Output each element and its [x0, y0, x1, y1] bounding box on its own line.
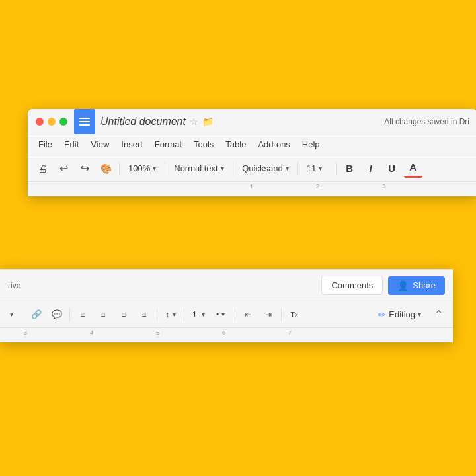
zoom-select-2[interactable]: ▾: [5, 305, 25, 324]
decrease-indent-button[interactable]: ⇤: [239, 305, 257, 324]
zoom-value: 100%: [128, 163, 150, 173]
toolbar-divider: [119, 162, 120, 175]
menu-tools[interactable]: Tools: [188, 137, 219, 152]
star-icon[interactable]: ☆: [190, 116, 198, 127]
toolbar-divider-4: [298, 162, 298, 175]
bulleted-list-icon: •: [216, 310, 219, 319]
font-size-select[interactable]: 11 ▾: [302, 159, 332, 178]
paint-format-button[interactable]: 🎨: [97, 159, 115, 178]
line-spacing-icon: ↕: [165, 309, 170, 319]
toolbar2-divider-2: [157, 308, 157, 321]
main-window: Untitled document ☆ 📁 All changes saved …: [28, 109, 476, 196]
bulleted-list-select[interactable]: • ▾: [212, 305, 231, 324]
saved-status-right: rive: [8, 281, 20, 290]
ruler2-tick-6: 6: [222, 329, 225, 336]
comments-button[interactable]: Comments: [321, 276, 383, 295]
toolbar-divider-2: [165, 162, 165, 175]
line-spacing-select[interactable]: ↕ ▾: [161, 305, 180, 324]
menubar: File Edit View Insert Format Tools Table…: [28, 134, 476, 155]
clear-format-button[interactable]: Tx: [285, 305, 303, 324]
numbered-list-icon: 1.: [192, 310, 199, 319]
zoom-chevron-icon: ▾: [153, 165, 156, 172]
increase-indent-button[interactable]: ⇥: [259, 305, 278, 324]
bold-button[interactable]: B: [340, 159, 359, 178]
menu-table[interactable]: Table: [220, 137, 251, 152]
toolbar2-divider-5: [281, 308, 282, 321]
ruler2-tick-4: 4: [90, 329, 93, 336]
menu-help[interactable]: Help: [297, 137, 325, 152]
numbered-list-chevron-icon: ▾: [202, 311, 205, 318]
doc-icon-line: [79, 121, 90, 122]
toolbar2-divider: [69, 308, 70, 321]
toolbar: 🖨 ↩ ↪ 🎨 100% ▾ Normal text ▾ Quicksand ▾…: [28, 155, 476, 182]
editing-chevron-icon: ▾: [418, 311, 421, 318]
align-center-button[interactable]: ≡: [94, 305, 112, 324]
ruler-tick-1: 1: [250, 183, 253, 190]
bulleted-list-chevron-icon: ▾: [221, 311, 225, 318]
print-button[interactable]: 🖨: [33, 159, 52, 178]
doc-icon-lines: [79, 118, 90, 126]
align-right-button[interactable]: ≡: [114, 305, 133, 324]
share-label: Share: [413, 280, 436, 290]
numbered-list-select[interactable]: 1. ▾: [188, 305, 210, 324]
font-chevron-icon: ▾: [286, 165, 289, 172]
toolbar2-divider-4: [235, 308, 235, 321]
doc-title-area: Untitled document ☆ 📁 All changes saved …: [100, 116, 469, 128]
size-chevron-icon: ▾: [319, 165, 322, 172]
align-justify-button[interactable]: ≡: [135, 305, 153, 324]
zoom-select[interactable]: 100% ▾: [124, 159, 161, 178]
maximize-button[interactable]: [60, 118, 67, 126]
folder-icon[interactable]: 📁: [202, 116, 214, 127]
menu-addons[interactable]: Add-ons: [253, 137, 295, 152]
toolbar2-divider-3: [184, 308, 184, 321]
menu-view[interactable]: View: [85, 137, 114, 152]
zoom-chevron-2-icon: ▾: [10, 311, 13, 318]
redo-button[interactable]: ↪: [75, 159, 94, 178]
doc-title[interactable]: Untitled document: [100, 116, 186, 128]
ruler2-tick-7: 7: [288, 329, 292, 336]
menu-edit[interactable]: Edit: [59, 137, 84, 152]
underline-button[interactable]: U: [383, 159, 401, 178]
minimize-button[interactable]: [48, 118, 56, 126]
ruler: 1 2 3: [28, 182, 476, 196]
style-chevron-icon: ▾: [221, 165, 224, 172]
people-icon: 👤: [397, 280, 409, 291]
traffic-lights: [36, 118, 67, 126]
ruler2-tick-5: 5: [156, 329, 159, 336]
ruler-2: 3 4 5 6 7: [0, 328, 453, 342]
line-spacing-chevron-icon: ▾: [173, 311, 176, 318]
menu-insert[interactable]: Insert: [116, 137, 148, 152]
ruler2-tick-3: 3: [24, 329, 27, 336]
saved-status: All changes saved in Dri: [384, 117, 469, 126]
secondary-toolbar: ▾ 🔗 💬 ≡ ≡ ≡ ≡ ↕ ▾ 1. ▾ • ▾ ⇤ ⇥ Tx: [0, 301, 453, 328]
ruler-tick-3: 3: [382, 183, 385, 190]
comment-button[interactable]: 💬: [48, 305, 66, 324]
italic-button[interactable]: I: [362, 159, 380, 178]
secondary-toolbar-top: rive Comments 👤 Share: [0, 270, 453, 301]
doc-icon-line: [79, 124, 90, 126]
doc-icon: [74, 109, 95, 134]
align-left-button[interactable]: ≡: [73, 305, 92, 324]
pencil-icon: ✏: [378, 309, 386, 320]
font-size-value: 11: [307, 163, 316, 173]
text-style-select[interactable]: Normal text ▾: [169, 159, 229, 178]
font-select[interactable]: Quicksand ▾: [237, 159, 293, 178]
close-button[interactable]: [36, 118, 44, 126]
share-button[interactable]: 👤 Share: [388, 276, 445, 295]
collapse-button[interactable]: ⌃: [429, 305, 448, 324]
ruler-tick-2: 2: [316, 183, 319, 190]
titlebar: Untitled document ☆ 📁 All changes saved …: [28, 109, 476, 134]
font-value: Quicksand: [242, 163, 282, 173]
text-style-value: Normal text: [174, 163, 218, 173]
undo-button[interactable]: ↩: [54, 159, 73, 178]
link-button[interactable]: 🔗: [27, 305, 46, 324]
secondary-window: rive Comments 👤 Share ▾ 🔗 💬 ≡ ≡ ≡ ≡ ↕ ▾ …: [0, 269, 453, 342]
doc-icon-line: [79, 118, 90, 119]
toolbar-divider-5: [336, 162, 337, 175]
editing-mode-select[interactable]: ✏ Editing ▾: [372, 305, 427, 324]
toolbar-divider-3: [233, 162, 233, 175]
editing-label: Editing: [389, 309, 415, 319]
text-color-button[interactable]: A: [404, 159, 422, 178]
menu-file[interactable]: File: [33, 137, 58, 152]
menu-format[interactable]: Format: [149, 137, 187, 152]
